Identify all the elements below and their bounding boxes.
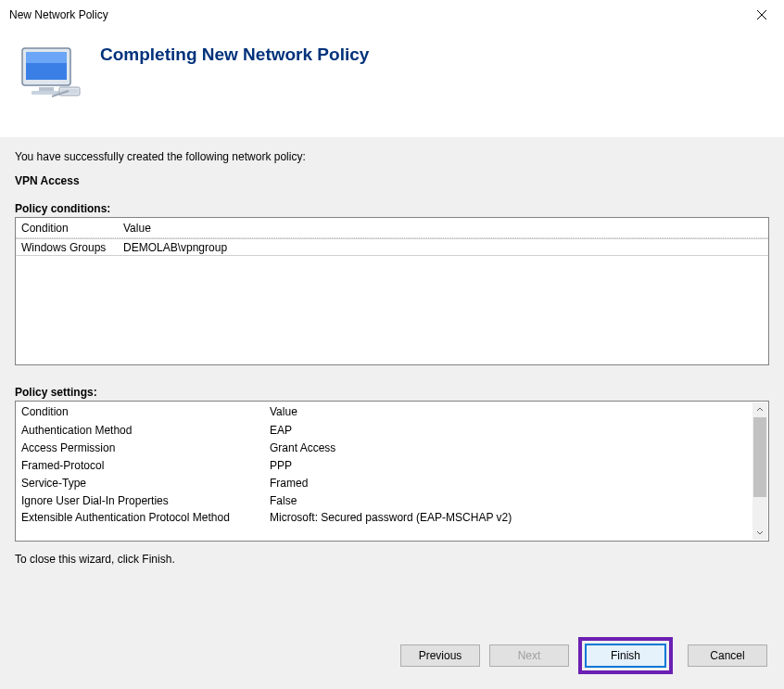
wizard-header: Completing New Network Policy — [0, 30, 784, 132]
button-bar: Previous Next Finish Cancel — [0, 622, 784, 689]
scroll-track[interactable] — [752, 417, 767, 525]
footer-text: To close this wizard, click Finish. — [15, 553, 769, 566]
conditions-header-row: Condition Value — [16, 218, 768, 238]
settings-header-row: Condition Value — [16, 402, 768, 422]
settings-table: Condition Value Authentication Method EA… — [15, 401, 769, 542]
condition-cell: Access Permission — [16, 441, 270, 454]
value-cell: False — [270, 494, 752, 507]
finish-highlight: Finish — [578, 637, 673, 674]
value-cell: Microsoft: Secured password (EAP-MSCHAP … — [270, 511, 752, 524]
value-cell: PPP — [270, 459, 752, 472]
conditions-header-value: Value — [123, 222, 768, 235]
scroll-thumb[interactable] — [753, 417, 766, 497]
scroll-up-button[interactable] — [752, 402, 767, 417]
settings-header-value: Value — [270, 405, 768, 418]
chevron-up-icon — [756, 406, 764, 414]
title-bar: New Network Policy — [0, 0, 784, 30]
wizard-body: You have successfully created the follow… — [0, 137, 784, 622]
table-row[interactable]: Extensible Authentication Protocol Metho… — [16, 510, 752, 525]
close-button[interactable] — [747, 0, 777, 30]
settings-rows: Authentication Method EAP Access Permiss… — [16, 422, 752, 541]
settings-scrollbar[interactable] — [752, 402, 767, 540]
window-title: New Network Policy — [9, 8, 108, 21]
condition-cell: Service-Type — [16, 477, 270, 490]
value-cell: DEMOLAB\vpngroup — [123, 241, 768, 254]
settings-header-condition: Condition — [16, 405, 270, 418]
next-button: Next — [489, 644, 569, 667]
table-row[interactable]: Authentication Method EAP — [16, 422, 752, 440]
table-row[interactable]: Access Permission Grant Access — [16, 440, 752, 457]
condition-cell: Ignore User Dial-In Properties — [16, 494, 270, 507]
settings-label: Policy settings: — [15, 386, 769, 399]
svg-rect-2 — [26, 52, 67, 63]
value-cell: Framed — [270, 477, 752, 490]
previous-button[interactable]: Previous — [400, 644, 480, 667]
condition-cell: Extensible Authentication Protocol Metho… — [16, 511, 270, 524]
value-cell: EAP — [270, 424, 752, 437]
chevron-down-icon — [756, 529, 764, 536]
finish-button[interactable]: Finish — [586, 644, 665, 667]
condition-cell: Windows Groups — [16, 241, 123, 254]
conditions-header-condition: Condition — [16, 222, 123, 235]
policy-name: VPN Access — [15, 174, 769, 187]
intro-text: You have successfully created the follow… — [15, 150, 769, 163]
table-row[interactable]: Ignore User Dial-In Properties False — [16, 492, 752, 510]
condition-cell: Authentication Method — [16, 424, 270, 437]
conditions-table: Condition Value Windows Groups DEMOLAB\v… — [15, 217, 769, 365]
close-icon — [756, 9, 767, 20]
svg-rect-3 — [39, 87, 54, 91]
table-row[interactable]: Framed-Protocol PPP — [16, 457, 752, 475]
monitor-icon — [17, 43, 85, 111]
wizard-title: Completing New Network Policy — [100, 45, 369, 65]
cancel-button[interactable]: Cancel — [688, 644, 767, 667]
conditions-label: Policy conditions: — [15, 202, 769, 215]
cancel-wrap: Cancel — [688, 644, 767, 667]
value-cell: Grant Access — [270, 441, 752, 454]
scroll-down-button[interactable] — [752, 525, 767, 540]
table-row[interactable]: Service-Type Framed — [16, 475, 752, 492]
condition-cell: Framed-Protocol — [16, 459, 270, 472]
table-row[interactable]: Windows Groups DEMOLAB\vpngroup — [16, 238, 768, 256]
